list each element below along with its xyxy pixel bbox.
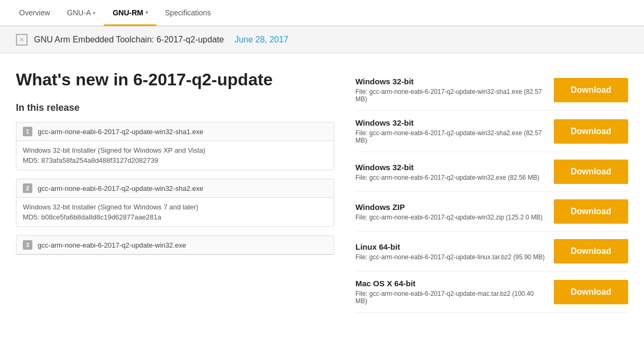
download-row: Windows ZIPFile: gcc-arm-none-eabi-6-201… bbox=[355, 192, 628, 232]
nav-item-overview[interactable]: Overview bbox=[11, 1, 58, 24]
download-row: Windows 32-bitFile: gcc-arm-none-eabi-6-… bbox=[355, 111, 628, 152]
download-button[interactable]: Download bbox=[554, 199, 628, 224]
download-info: Windows ZIPFile: gcc-arm-none-eabi-6-201… bbox=[355, 203, 545, 221]
download-info: Mac OS X 64-bitFile: gcc-arm-none-eabi-6… bbox=[355, 279, 545, 305]
release-item: 1gcc-arm-none-eabi-6-2017-q2-update-win3… bbox=[16, 122, 334, 170]
item-filename: gcc-arm-none-eabi-6-2017-q2-update-win32… bbox=[38, 128, 203, 136]
download-rows-container: Windows 32-bitFile: gcc-arm-none-eabi-6-… bbox=[355, 69, 628, 313]
chevron-down-icon: ▾ bbox=[145, 10, 148, 15]
chevron-down-icon: ▾ bbox=[93, 10, 95, 16]
download-platform: Mac OS X 64-bit bbox=[355, 279, 545, 288]
release-items-container: 1gcc-arm-none-eabi-6-2017-q2-update-win3… bbox=[16, 122, 334, 255]
nav-item-specifications[interactable]: Specifications bbox=[156, 1, 219, 24]
download-row: Windows 32-bitFile: gcc-arm-none-eabi-6-… bbox=[355, 69, 628, 111]
release-item-body: Windows 32-bit Installer (Signed for Win… bbox=[16, 141, 334, 170]
release-item-md5: MD5: 873afa58fa254a8d488f3127d2082739 bbox=[23, 156, 327, 164]
download-info: Windows 32-bitFile: gcc-arm-none-eabi-6-… bbox=[355, 163, 545, 181]
download-file: File: gcc-arm-none-eabi-6-2017-q2-update… bbox=[355, 129, 545, 144]
release-item: 2gcc-arm-none-eabi-6-2017-q2-update-win3… bbox=[16, 179, 334, 227]
announcement-date: June 28, 2017 bbox=[234, 35, 288, 45]
release-item-md5: MD5: b08ce5fa6b8da8d8c19d62877aae281a bbox=[23, 213, 327, 221]
download-platform: Windows 32-bit bbox=[355, 163, 545, 172]
download-button[interactable]: Download bbox=[554, 160, 628, 184]
download-info: Windows 32-bitFile: gcc-arm-none-eabi-6-… bbox=[355, 118, 545, 144]
item-filename: gcc-arm-none-eabi-6-2017-q2-update-win32… bbox=[38, 184, 203, 192]
download-button[interactable]: Download bbox=[554, 78, 628, 102]
item-number-badge: 2 bbox=[23, 183, 32, 193]
item-number-badge: 3 bbox=[23, 240, 32, 250]
announcement-bar: ✕ GNU Arm Embedded Toolchain: 6-2017-q2-… bbox=[0, 27, 644, 54]
release-item-header: 3gcc-arm-none-eabi-6-2017-q2-update-win3… bbox=[16, 236, 334, 254]
download-info: Windows 32-bitFile: gcc-arm-none-eabi-6-… bbox=[355, 77, 545, 103]
item-number-badge: 1 bbox=[23, 127, 32, 136]
download-row: Windows 32-bitFile: gcc-arm-none-eabi-6-… bbox=[355, 152, 628, 192]
release-item-desc: Windows 32-bit Installer (Signed for Win… bbox=[23, 203, 327, 211]
release-item-header: 2gcc-arm-none-eabi-6-2017-q2-update-win3… bbox=[16, 179, 334, 198]
download-button[interactable]: Download bbox=[554, 119, 628, 144]
download-info: Linux 64-bitFile: gcc-arm-none-eabi-6-20… bbox=[355, 242, 545, 261]
release-item-desc: Windows 32-bit Installer (Signed for Win… bbox=[23, 146, 327, 154]
download-button[interactable]: Download bbox=[554, 280, 628, 304]
download-file: File: gcc-arm-none-eabi-6-2017-q2-update… bbox=[355, 88, 545, 103]
download-platform: Windows 32-bit bbox=[355, 118, 545, 127]
download-file: File: gcc-arm-none-eabi-6-2017-q2-update… bbox=[355, 253, 545, 261]
nav-item-gnu-rm[interactable]: GNU-RM▾ bbox=[104, 1, 156, 26]
item-filename: gcc-arm-none-eabi-6-2017-q2-update-win32… bbox=[38, 241, 186, 249]
announcement-icon: ✕ bbox=[16, 34, 28, 46]
page-title: What's new in 6-2017-q2-update bbox=[16, 69, 334, 90]
download-row: Linux 64-bitFile: gcc-arm-none-eabi-6-20… bbox=[355, 232, 628, 271]
download-file: File: gcc-arm-none-eabi-6-2017-q2-update… bbox=[355, 290, 545, 305]
release-item-header: 1gcc-arm-none-eabi-6-2017-q2-update-win3… bbox=[16, 122, 334, 141]
download-platform: Linux 64-bit bbox=[355, 242, 545, 251]
download-row: Mac OS X 64-bitFile: gcc-arm-none-eabi-6… bbox=[355, 271, 628, 313]
section-title: In this release bbox=[16, 102, 334, 113]
download-file: File: gcc-arm-none-eabi-6-2017-q2-update… bbox=[355, 214, 545, 221]
release-item: 3gcc-arm-none-eabi-6-2017-q2-update-win3… bbox=[16, 235, 334, 255]
download-platform: Windows 32-bit bbox=[355, 77, 545, 86]
left-panel: What's new in 6-2017-q2-update In this r… bbox=[16, 69, 334, 313]
release-item-body: Windows 32-bit Installer (Signed for Win… bbox=[16, 198, 334, 226]
right-panel: Windows 32-bitFile: gcc-arm-none-eabi-6-… bbox=[355, 69, 628, 313]
download-platform: Windows ZIP bbox=[355, 203, 545, 212]
nav-bar: OverviewGNU-A▾GNU-RM▾Specifications bbox=[0, 0, 644, 27]
main-content: What's new in 6-2017-q2-update In this r… bbox=[0, 54, 644, 329]
nav-item-gnu-a[interactable]: GNU-A▾ bbox=[58, 1, 104, 24]
announcement-title: GNU Arm Embedded Toolchain: 6-2017-q2-up… bbox=[34, 35, 224, 45]
download-file: File: gcc-arm-none-eabi-6-2017-q2-update… bbox=[355, 174, 545, 181]
download-button[interactable]: Download bbox=[554, 239, 628, 263]
